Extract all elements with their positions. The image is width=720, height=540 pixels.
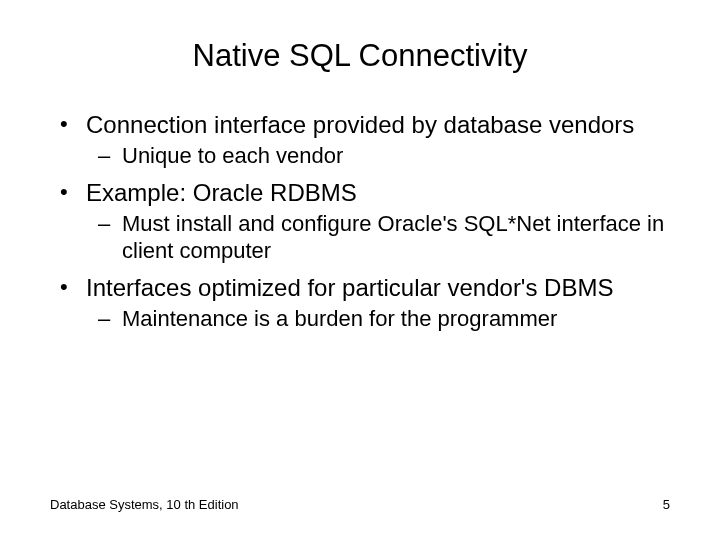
sub-list-item: Maintenance is a burden for the programm… [86,305,670,333]
sub-list-item: Unique to each vendor [86,142,670,170]
footer-source: Database Systems, 10 th Edition [50,497,239,512]
bullet-text: Connection interface provided by databas… [86,111,634,138]
sub-list: Unique to each vendor [86,142,670,170]
page-number: 5 [663,497,670,512]
list-item: Connection interface provided by databas… [50,110,670,170]
sub-list: Must install and configure Oracle's SQL*… [86,210,670,265]
bullet-list: Connection interface provided by databas… [50,110,670,332]
slide-title: Native SQL Connectivity [50,38,670,74]
list-item: Interfaces optimized for particular vend… [50,273,670,333]
bullet-text: Example: Oracle RDBMS [86,179,357,206]
list-item: Example: Oracle RDBMS Must install and c… [50,178,670,265]
sub-list: Maintenance is a burden for the programm… [86,305,670,333]
bullet-text: Interfaces optimized for particular vend… [86,274,613,301]
sub-list-item: Must install and configure Oracle's SQL*… [86,210,670,265]
